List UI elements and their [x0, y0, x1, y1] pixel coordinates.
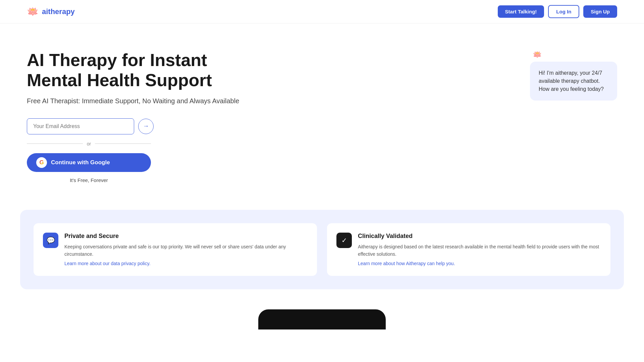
free-forever-text: It's Free, Forever	[27, 177, 151, 183]
divider-line-right	[95, 143, 151, 144]
chat-area: 🪷 Hi! I'm aitherapy, your 24/7 available…	[530, 50, 617, 101]
submit-email-button[interactable]: →	[138, 119, 154, 134]
email-row: →	[27, 118, 262, 134]
feature-card-clinical-content: Clinically Validated Aitherapy is design…	[358, 233, 601, 267]
clinical-icon-wrap: ✓	[336, 233, 352, 248]
google-signin-button[interactable]: G Continue with Google	[27, 153, 151, 172]
chat-logo-icon: 🪷	[533, 50, 542, 59]
hero-title: AI Therapy for Instant Mental Health Sup…	[27, 50, 262, 90]
phone-mockup	[258, 309, 386, 329]
chat-bubble: Hi! I'm aitherapy, your 24/7 available t…	[530, 62, 617, 101]
private-icon-wrap: 💬	[43, 233, 58, 248]
signup-button[interactable]: Sign Up	[583, 5, 617, 18]
arrow-right-icon: →	[143, 123, 149, 130]
feature-card-private-desc: Keeping conversations private and safe i…	[64, 243, 308, 258]
divider: or	[27, 141, 151, 146]
google-icon-wrap: G	[36, 157, 47, 168]
logo-icon: 🪷	[27, 6, 39, 17]
start-talking-button[interactable]: Start Talking!	[498, 5, 544, 18]
logo-text: aitherapy	[42, 7, 75, 16]
feature-card-clinical: ✓ Clinically Validated Aitherapy is desi…	[327, 223, 610, 276]
feature-card-private-link[interactable]: Learn more about our data privacy policy…	[64, 261, 151, 266]
divider-label: or	[87, 141, 91, 146]
phone-area	[0, 303, 644, 329]
features-section: 💬 Private and Secure Keeping conversatio…	[20, 210, 624, 290]
chat-message: Hi! I'm aitherapy, your 24/7 available t…	[539, 70, 604, 92]
feature-card-clinical-title: Clinically Validated	[358, 233, 601, 240]
email-input[interactable]	[27, 118, 134, 134]
feature-card-clinical-desc: Aitherapy is designed based on the lates…	[358, 243, 601, 258]
divider-line-left	[27, 143, 83, 144]
main-section: AI Therapy for Instant Mental Health Sup…	[0, 23, 644, 203]
feature-card-private-title: Private and Secure	[64, 233, 308, 240]
hero-left: AI Therapy for Instant Mental Health Sup…	[27, 50, 262, 183]
chat-lock-icon: 💬	[47, 236, 55, 244]
hero-subtitle: Free AI Therapist: Immediate Support, No…	[27, 97, 262, 105]
feature-card-private: 💬 Private and Secure Keeping conversatio…	[34, 223, 317, 276]
header: 🪷 aitherapy Start Talking! Log In Sign U…	[0, 0, 644, 23]
login-button[interactable]: Log In	[548, 5, 579, 18]
feature-card-private-content: Private and Secure Keeping conversations…	[64, 233, 308, 267]
google-g-icon: G	[39, 159, 44, 166]
google-button-label: Continue with Google	[51, 159, 110, 166]
checkmark-icon: ✓	[341, 236, 347, 244]
header-buttons: Start Talking! Log In Sign Up	[498, 5, 617, 18]
logo: 🪷 aitherapy	[27, 6, 75, 17]
feature-card-clinical-link[interactable]: Learn more about how Aitherapy can help …	[358, 261, 455, 266]
